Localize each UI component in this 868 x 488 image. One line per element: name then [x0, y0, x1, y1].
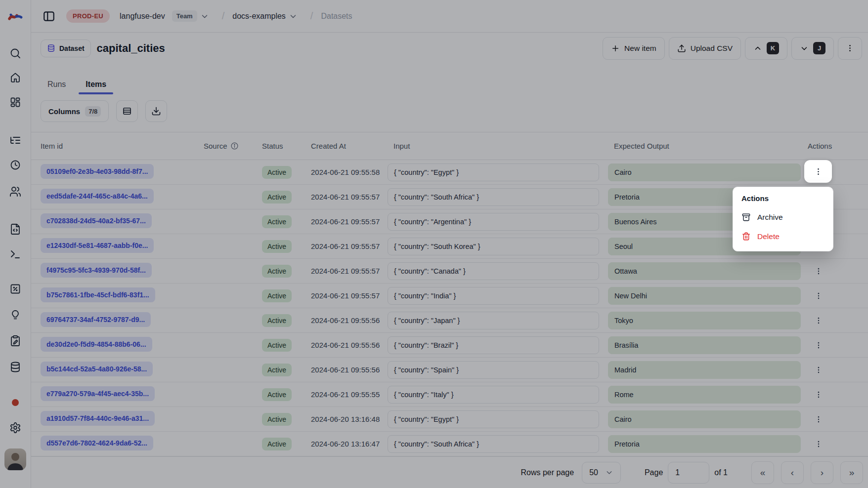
open-row-actions-button[interactable]	[804, 160, 832, 183]
langfuse-dataset-items-page: PROD-EU langfuse-dev Team / docs-example…	[0, 0, 868, 488]
archive-icon	[741, 212, 751, 222]
menu-item-archive[interactable]: Archive	[733, 207, 833, 227]
trash-icon	[741, 232, 751, 241]
menu-title: Actions	[733, 193, 833, 207]
menu-item-delete[interactable]: Delete	[733, 227, 833, 246]
row-actions-menu: Actions Archive Delete	[733, 187, 833, 251]
kebab-menu-icon	[814, 167, 823, 176]
